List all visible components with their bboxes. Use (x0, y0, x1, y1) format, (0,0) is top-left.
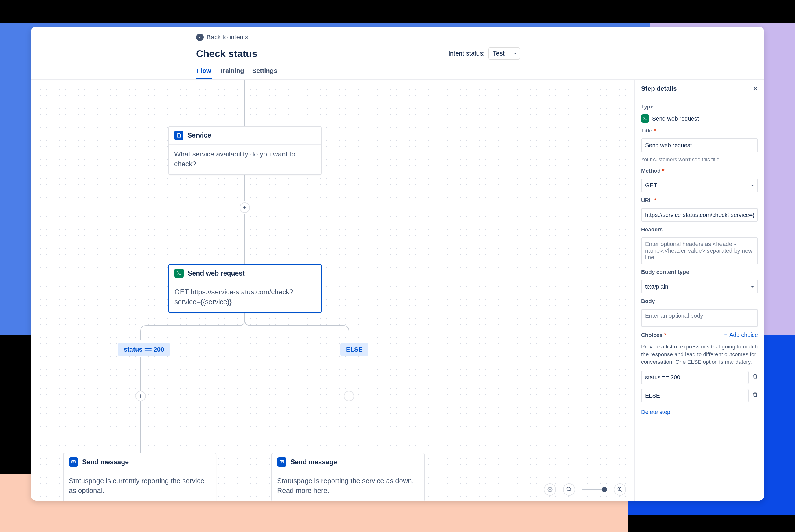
body-type-label: Body content type (641, 269, 758, 275)
node-web-request-body: GET https://service-status.com/check?ser… (169, 283, 321, 312)
choices-label: Choices (641, 332, 663, 338)
node-msg-left-body: Statuspage is currently reporting the se… (63, 471, 216, 501)
app-window: Back to intents Check status Intent stat… (31, 26, 764, 501)
zoom-slider[interactable] (582, 489, 607, 490)
close-icon[interactable]: ✕ (753, 85, 758, 93)
page-title: Check status (196, 48, 258, 59)
intent-status-label: Intent status: (448, 50, 485, 57)
branch-status-200[interactable]: status == 200 (118, 343, 170, 356)
intent-status: Intent status: Test (448, 48, 520, 60)
headers-label: Headers (641, 226, 758, 233)
add-step-right-button[interactable]: + (344, 391, 354, 401)
node-web-request[interactable]: Send web request GET https://service-sta… (168, 264, 322, 313)
add-choice-button[interactable]: + Add choice (724, 331, 758, 338)
delete-step-link[interactable]: Delete step (641, 409, 758, 416)
message-icon (277, 457, 286, 467)
header: Back to intents Check status Intent stat… (31, 26, 764, 79)
choice-input-0[interactable] (641, 370, 749, 384)
required-marker: * (662, 168, 664, 174)
node-msg-right[interactable]: Send message Statuspage is reporting the… (271, 453, 425, 501)
choice-row (641, 370, 758, 384)
zoom-thumb[interactable] (602, 487, 607, 492)
body-label: Body (641, 298, 758, 304)
choices-description: Provide a list of expressions that going… (641, 343, 758, 366)
add-step-left-button[interactable]: + (135, 391, 146, 401)
intent-status-value: Test (493, 50, 504, 57)
type-row: Send web request (641, 114, 758, 122)
back-to-intents-link[interactable]: Back to intents (196, 34, 248, 41)
back-icon (196, 34, 204, 41)
add-choice-label: Add choice (729, 331, 758, 338)
recenter-button[interactable] (544, 483, 556, 496)
node-msg-right-body: Statuspage is reporting the service as d… (272, 471, 424, 501)
node-service[interactable]: Service What service availability do you… (168, 126, 322, 175)
headers-input[interactable]: Enter optional headers as <header-name>:… (641, 238, 758, 264)
zoom-out-button[interactable] (563, 483, 575, 496)
flow-canvas[interactable]: Service What service availability do you… (31, 80, 634, 501)
svg-point-3 (548, 488, 552, 492)
zoom-in-button[interactable] (614, 483, 626, 496)
intent-status-dropdown[interactable]: Test (488, 48, 520, 60)
trash-icon[interactable] (752, 373, 758, 381)
choice-input-1[interactable] (641, 389, 749, 402)
title-field-label: Title (641, 128, 652, 134)
panel-title: Step details (641, 85, 677, 93)
method-label: Method (641, 168, 661, 174)
zoom-controls (544, 483, 626, 496)
back-label: Back to intents (207, 34, 248, 41)
url-input[interactable] (641, 208, 758, 222)
tabs: Flow Training Settings (196, 65, 752, 79)
node-web-request-title: Send web request (188, 269, 245, 277)
url-label: URL (641, 197, 652, 203)
tab-training[interactable]: Training (219, 65, 245, 79)
type-value: Send web request (652, 115, 699, 122)
add-step-button[interactable]: + (240, 203, 250, 213)
method-select[interactable]: GET (641, 179, 758, 192)
svg-rect-1 (280, 461, 283, 463)
svg-point-2 (549, 489, 551, 490)
required-marker: * (664, 332, 666, 338)
choice-row (641, 389, 758, 402)
plus-icon: + (724, 331, 727, 338)
tab-settings[interactable]: Settings (252, 65, 278, 79)
method-value: GET (645, 182, 657, 189)
title-input[interactable] (641, 138, 758, 152)
required-marker: * (654, 197, 656, 203)
trash-icon[interactable] (752, 392, 758, 400)
required-marker: * (654, 128, 656, 134)
type-label: Type (641, 103, 758, 110)
web-request-icon (641, 114, 649, 122)
step-details-panel: Step details ✕ Type Send web request Tit… (634, 80, 764, 501)
body-type-select[interactable]: text/plain (641, 280, 758, 293)
message-icon (69, 457, 78, 467)
body-input[interactable]: Enter an optional body (641, 309, 758, 327)
body-type-value: text/plain (645, 283, 668, 290)
node-msg-left[interactable]: Send message Statuspage is currently rep… (63, 453, 216, 501)
node-service-title: Service (187, 132, 211, 139)
tab-flow[interactable]: Flow (196, 65, 212, 79)
node-msg-left-title: Send message (82, 458, 129, 466)
branch-else[interactable]: ELSE (340, 343, 368, 356)
web-request-icon (174, 269, 184, 278)
node-service-body: What service availability do you want to… (169, 145, 321, 174)
document-icon (174, 131, 183, 140)
title-hint: Your customers won't see this title. (641, 157, 758, 163)
node-msg-right-title: Send message (291, 458, 337, 466)
svg-rect-0 (72, 461, 75, 463)
